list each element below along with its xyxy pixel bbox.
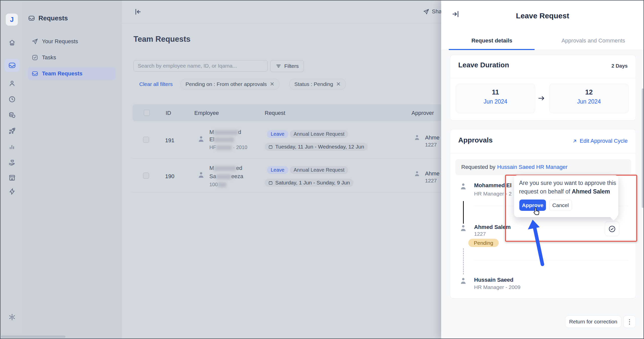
end-day: 12 — [549, 88, 628, 96]
app-logo-letter: J — [10, 16, 14, 24]
employee-meta: HF · 2010 — [209, 144, 247, 150]
settings-gear-icon[interactable] — [8, 313, 16, 321]
end-date-box: 12 Jun 2024 — [549, 84, 629, 113]
employee-name: Md — [209, 129, 241, 135]
table-row[interactable]: 191 Md El HF · 2010 Leave Annual Leave R… — [132, 121, 442, 159]
filter-chip-pending-on[interactable]: Pending on : From other approvals ✕ — [180, 79, 280, 90]
card-title: Approvals — [458, 136, 493, 144]
collapse-sidebar-button[interactable] — [133, 8, 142, 16]
main-topbar: Sha — [121, 1, 442, 23]
tab-approvals-comments[interactable]: Approvals and Comments — [543, 31, 644, 50]
request-type-chip: Annual Leave Request — [290, 130, 348, 138]
leave-chip: Leave — [267, 166, 288, 174]
zap-icon[interactable] — [8, 188, 16, 195]
payroll-coins-icon[interactable] — [8, 111, 16, 119]
horizontal-scrollbar[interactable] — [1, 335, 65, 338]
filter-chip-label: Pending on : From other approvals — [186, 81, 267, 87]
start-day: 11 — [456, 88, 535, 96]
storefront-icon[interactable] — [8, 174, 16, 181]
arrow-up-right-icon — [572, 138, 577, 144]
employee-name-line2: Saeeza — [209, 174, 243, 179]
row-checkbox[interactable] — [143, 173, 149, 179]
table-row[interactable]: 190 Med Saeeza 100 Leave Annual Leave Re… — [132, 159, 442, 192]
clear-all-filters-link[interactable]: Clear all filters — [139, 81, 173, 87]
sidebar-requests: Requests Your Requests Tasks Team Reques… — [24, 1, 121, 338]
end-month: Jun 2024 — [549, 98, 628, 105]
card-divider — [450, 78, 636, 78]
sidebar-item-team-requests[interactable]: Team Requests — [28, 67, 116, 80]
on-behalf-name: Ahmed Salem — [572, 188, 610, 195]
home-icon[interactable] — [8, 39, 16, 46]
app-window: J — [0, 0, 644, 339]
sidebar-item-your-requests[interactable]: Your Requests — [28, 35, 116, 48]
drawer-scrollbar[interactable] — [642, 88, 644, 208]
approver-avatar-icon — [414, 170, 420, 177]
tab-request-details[interactable]: Request details — [441, 31, 543, 50]
chip-close-icon[interactable]: ✕ — [336, 81, 341, 87]
row-checkbox[interactable] — [143, 137, 149, 143]
kebab-icon: ⋮ — [626, 318, 633, 326]
cancel-button[interactable]: Cancel — [549, 200, 572, 211]
sidebar-item-label: Your Requests — [42, 38, 78, 45]
start-month: Jun 2024 — [456, 98, 535, 105]
leave-request-drawer: Leave Request Request details Approvals … — [441, 1, 644, 338]
app-logo[interactable]: J — [6, 14, 18, 26]
employee-meta: 100 — [209, 182, 226, 187]
approver-name: Hussain Saeed — [474, 277, 514, 283]
approver-id: 1227 — [425, 178, 437, 184]
confirmation-text-line2: request on behalf of Ahmed Salem — [519, 188, 610, 195]
edit-approval-cycle-link[interactable]: Edit Approval Cycle — [572, 138, 628, 144]
inbox-icon — [28, 15, 35, 22]
calendar-icon — [268, 144, 273, 149]
approver-subtitle: 1227 — [474, 231, 486, 236]
return-for-correction-button[interactable]: Return for correction — [565, 315, 621, 328]
requester-link[interactable]: Hussain Saeed HR Manager — [497, 164, 568, 170]
leave-duration-card: Leave Duration 2 Days 11 Jun 2024 12 Jun… — [450, 55, 636, 121]
duration-badge: 2 Days — [612, 63, 628, 69]
sidebar-header: Requests — [28, 14, 68, 22]
card-title: Leave Duration — [458, 61, 509, 69]
employee-name: Med — [209, 165, 242, 171]
tab-label: Approvals and Comments — [562, 37, 625, 44]
approver-name: Ahme — [425, 134, 439, 141]
date-range-chip: Saturday, 1 Jun - Sunday, 9 Jun — [265, 179, 353, 187]
sidebar-item-tasks[interactable]: Tasks — [28, 51, 116, 64]
drawer-title: Leave Request — [441, 12, 644, 20]
sidebar-item-label: Tasks — [42, 54, 56, 61]
chip-close-icon[interactable]: ✕ — [270, 81, 274, 87]
start-date-box: 11 Jun 2024 — [456, 84, 535, 113]
page-title: Team Requests — [133, 35, 191, 44]
column-header-approver: Approver — [411, 110, 434, 116]
column-header-employee: Employee — [194, 110, 219, 116]
share-button[interactable]: Sha — [423, 8, 442, 15]
column-header-id: ID — [166, 110, 171, 116]
hand-heart-icon[interactable] — [8, 159, 16, 166]
leave-chip: Leave — [267, 130, 288, 138]
share-label: Sha — [432, 8, 442, 15]
approver-avatar-icon — [414, 134, 420, 141]
arrow-right-icon — [537, 94, 545, 102]
requested-by-band: Requested by Hussain Saeed HR Manager — [455, 159, 631, 175]
filters-button[interactable]: Filters — [270, 60, 304, 72]
employee-avatar-icon — [197, 135, 205, 143]
more-actions-button[interactable]: ⋮ — [623, 315, 636, 328]
rail-item-requests-selected[interactable] — [5, 59, 20, 72]
approver-id: 1227 — [425, 142, 437, 148]
select-all-checkbox[interactable] — [144, 110, 150, 116]
bar-chart-icon[interactable] — [8, 143, 16, 151]
chain-connector-dashed — [463, 248, 464, 274]
tab-label: Request details — [471, 37, 512, 44]
search-input[interactable] — [133, 60, 268, 72]
card-divider — [450, 153, 636, 153]
rocket-icon[interactable] — [8, 127, 16, 135]
filter-chip-label: Status : Pending — [294, 81, 333, 87]
table-header: ID Employee Request Approver — [132, 104, 442, 121]
cell-request-id: 190 — [165, 173, 174, 180]
people-icon[interactable] — [8, 80, 16, 87]
filter-chip-status[interactable]: Status : Pending ✕ — [289, 79, 346, 90]
clock-icon[interactable] — [8, 95, 16, 103]
return-label: Return for correction — [569, 319, 617, 325]
inbox-icon — [8, 62, 16, 69]
date-range-chip: Tuesday, 11 Jun - Wednesday, 12 Jun — [265, 143, 368, 151]
request-type-chip: Annual Leave Request — [290, 166, 348, 174]
